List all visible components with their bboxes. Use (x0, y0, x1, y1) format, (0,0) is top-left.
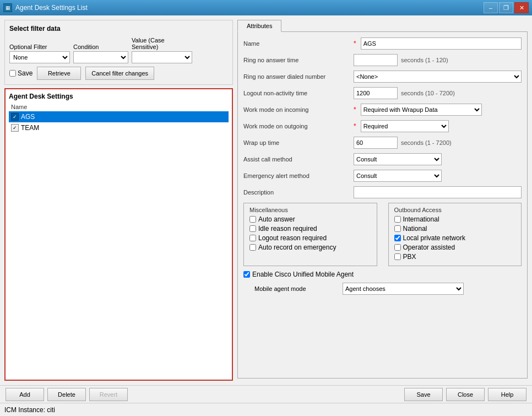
cancel-filter-button[interactable]: Cancel filter changes (85, 67, 154, 80)
attr-row-ring-time: Ring no answer time seconds (1 - 120) (243, 54, 522, 66)
mobile-mode-label: Mobile agent mode (254, 285, 343, 292)
logout-hint: seconds (10 - 7200) (401, 90, 455, 96)
value-label: Value (Case Sensitive) (132, 37, 192, 50)
settings-list-section: Agent Desk Settings Name ✓ AGS ✓ TEAM (4, 88, 233, 381)
close-button[interactable]: Close (446, 388, 485, 401)
attr-label-work-outgoing: Work mode on outgoing (243, 123, 354, 129)
item-label-team: TEAM (21, 124, 39, 132)
auto-answer-label: Auto answer (258, 215, 295, 223)
assist-call-select[interactable]: Consult Conference (354, 153, 442, 165)
attr-label-emergency-alert: Emergency alert method (243, 172, 354, 179)
save-button[interactable]: Save (404, 388, 443, 401)
status-text: ICM Instance: citi (4, 406, 55, 414)
attr-row-emergency-alert: Emergency alert method Consult Conferenc… (243, 170, 522, 182)
add-button[interactable]: Add (6, 388, 44, 401)
local-private-checkbox[interactable] (394, 235, 401, 241)
filter-section: Select filter data Optional Filter None … (4, 20, 233, 85)
title-bar: ▦ Agent Desk Settings List – ❐ ✕ (0, 0, 532, 15)
optional-filter-select[interactable]: None (9, 51, 70, 63)
operator-assisted-item[interactable]: Operator assisted (394, 244, 516, 251)
idle-reason-item[interactable]: Idle reason required (249, 225, 371, 233)
misc-title: Miscellaneous (249, 207, 371, 213)
attr-label-logout: Logout non-activity time (243, 90, 354, 96)
wrap-up-input[interactable] (354, 137, 398, 149)
local-private-label: Local private network (403, 234, 465, 242)
work-incoming-select[interactable]: Required with Wrapup Data Required Optio… (361, 104, 482, 116)
international-checkbox[interactable] (394, 216, 401, 223)
list-item[interactable]: ✓ AGS (9, 111, 229, 122)
attr-control-work-incoming: * Required with Wrapup Data Required Opt… (354, 104, 522, 116)
restore-button[interactable]: ❐ (499, 2, 513, 13)
miscellaneous-group: Miscellaneous Auto answer Idle reason re… (243, 203, 377, 266)
mobile-mode-select[interactable]: Agent chooses Call by call Nailed connec… (343, 283, 464, 295)
attr-row-work-incoming: Work mode on incoming * Required with Wr… (243, 104, 522, 116)
attr-control-ring-dialed: <None> (354, 71, 522, 83)
operator-assisted-checkbox[interactable] (394, 244, 401, 251)
work-outgoing-select[interactable]: Required Optional (361, 120, 449, 132)
delete-button[interactable]: Delete (47, 388, 86, 401)
tab-bar: Attributes (237, 20, 528, 32)
tab-attributes[interactable]: Attributes (237, 20, 281, 32)
enable-mobile-label: Enable Cisco Unified Mobile Agent (252, 271, 354, 278)
auto-record-item[interactable]: Auto record on emergency (249, 244, 371, 251)
logout-input[interactable] (354, 87, 398, 99)
description-input[interactable] (354, 186, 522, 198)
save-checkbox[interactable] (9, 70, 16, 77)
item-icon-team: ✓ (11, 124, 19, 132)
list-item[interactable]: ✓ TEAM (9, 122, 229, 133)
optional-filter-label: Optional Filter (9, 44, 70, 50)
auto-record-label: Auto record on emergency (258, 244, 336, 251)
filter-title: Select filter data (9, 25, 228, 33)
auto-record-checkbox[interactable] (249, 244, 256, 251)
status-bar: ICM Instance: citi (0, 403, 532, 416)
ring-time-hint: seconds (1 - 120) (401, 57, 448, 63)
ring-dialed-select[interactable]: <None> (354, 71, 522, 83)
bottom-right-buttons: Save Close Help (404, 388, 526, 401)
save-checkbox-label[interactable]: Save (9, 69, 32, 77)
condition-select[interactable] (73, 51, 128, 63)
minimize-button[interactable]: – (484, 2, 498, 13)
value-select[interactable] (132, 51, 192, 63)
pbx-item[interactable]: PBX (394, 253, 516, 261)
ring-time-input[interactable] (354, 54, 398, 66)
local-private-item[interactable]: Local private network (394, 234, 516, 242)
right-panel: Attributes Name * Ring no answer time se… (237, 20, 528, 381)
mobile-mode-row: Mobile agent mode Agent chooses Call by … (254, 283, 522, 295)
close-button[interactable]: ✕ (514, 2, 529, 13)
attr-control-wrap-up: seconds (1 - 7200) (354, 137, 522, 149)
international-label: International (403, 215, 439, 223)
revert-button[interactable]: Revert (89, 388, 128, 401)
required-indicator: * (354, 40, 356, 47)
attr-label-work-incoming: Work mode on incoming (243, 106, 354, 113)
international-item[interactable]: International (394, 215, 516, 223)
attr-label-wrap-up: Wrap up time (243, 139, 354, 146)
logout-reason-item[interactable]: Logout reason required (249, 234, 371, 242)
national-label: National (403, 225, 427, 233)
enable-mobile-item[interactable]: Enable Cisco Unified Mobile Agent (243, 271, 354, 278)
save-label: Save (18, 69, 32, 77)
filter-row: Optional Filter None Condition Value (Ca… (9, 37, 228, 63)
help-button[interactable]: Help (488, 388, 526, 401)
logout-reason-checkbox[interactable] (249, 235, 256, 241)
idle-reason-checkbox[interactable] (249, 225, 256, 232)
national-checkbox[interactable] (394, 225, 401, 232)
required-indicator-outgoing: * (354, 122, 356, 130)
national-item[interactable]: National (394, 225, 516, 233)
window-title: Agent Desk Settings List (15, 4, 480, 12)
auto-answer-item[interactable]: Auto answer (249, 215, 371, 223)
required-indicator-incoming: * (354, 106, 356, 114)
attr-row-logout: Logout non-activity time seconds (10 - 7… (243, 87, 522, 99)
condition-col: Condition (73, 44, 128, 63)
retrieve-button[interactable]: Retrieve (37, 67, 81, 80)
bottom-bar: Add Delete Revert Save Close Help (0, 385, 532, 403)
mobile-agent-row: Enable Cisco Unified Mobile Agent (243, 271, 522, 278)
emergency-alert-select[interactable]: Consult Conference (354, 170, 442, 182)
optional-filter-col: Optional Filter None (9, 44, 70, 63)
auto-answer-checkbox[interactable] (249, 216, 256, 223)
pbx-checkbox[interactable] (394, 253, 401, 260)
attr-control-ring-time: seconds (1 - 120) (354, 54, 522, 66)
attr-control-name: * (354, 37, 522, 50)
name-input[interactable] (361, 37, 522, 50)
bottom-left-buttons: Add Delete Revert (6, 388, 128, 401)
enable-mobile-checkbox[interactable] (243, 271, 250, 278)
